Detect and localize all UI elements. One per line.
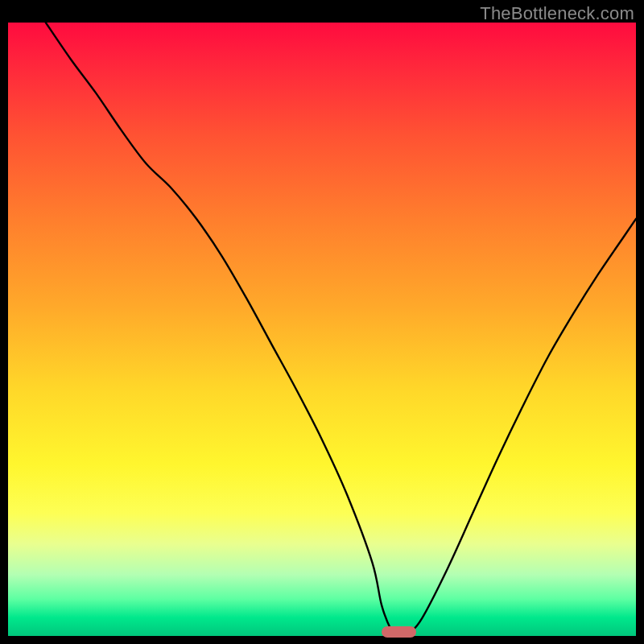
curve-layer xyxy=(8,23,636,636)
optimal-range-pill xyxy=(382,626,416,638)
bottleneck-curve xyxy=(46,23,636,636)
chart-stage: TheBottleneck.com xyxy=(0,0,644,644)
plot-area xyxy=(8,23,636,636)
watermark-text: TheBottleneck.com xyxy=(480,3,634,24)
